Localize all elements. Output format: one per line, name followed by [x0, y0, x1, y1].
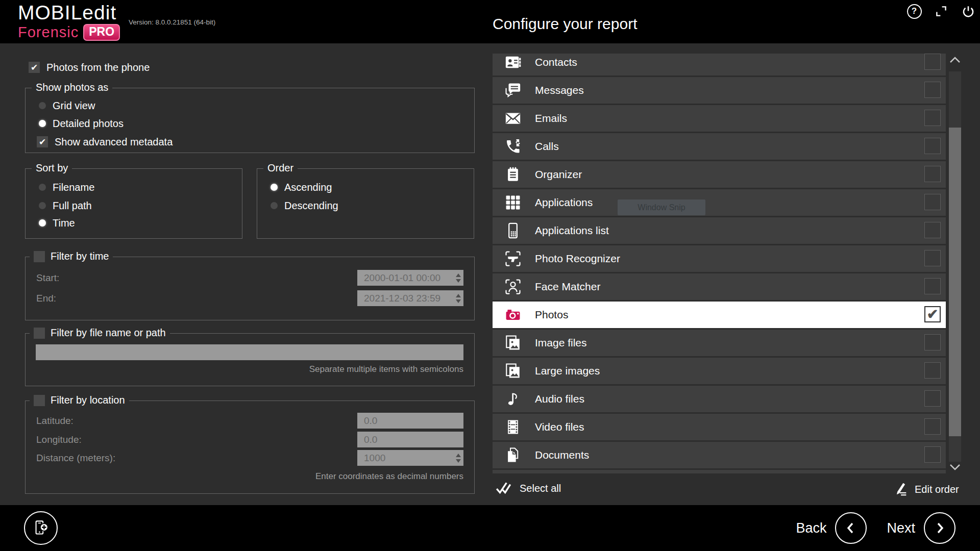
section-row-photos[interactable]: Photos✔	[493, 302, 946, 328]
sort-by-group: Sort by Filename Full path Time	[25, 168, 242, 239]
location-filter-hint: Enter coordinates as decimal numbers	[315, 471, 463, 482]
filter-by-location-checkbox[interactable]	[34, 395, 45, 406]
section-checkbox[interactable]	[924, 166, 941, 182]
time-radio[interactable]	[39, 219, 46, 227]
filter-by-time-checkbox[interactable]	[34, 251, 45, 262]
double-check-icon	[495, 481, 512, 496]
section-row-audio-files[interactable]: Audio files	[493, 386, 946, 412]
photos-from-phone-label: Photos from the phone	[46, 62, 150, 73]
face-matcher-icon	[504, 278, 522, 296]
report-sections-list: ContactsMessagesEmailsCallsOrganizerAppl…	[493, 54, 946, 473]
filter-by-filename-group: Filter by file name or path Separate mul…	[25, 333, 475, 386]
photos-from-phone-checkbox[interactable]: ✔	[29, 62, 40, 73]
detailed-photos-radio[interactable]	[39, 120, 46, 127]
section-row-organizer[interactable]: Organizer	[493, 161, 946, 188]
detailed-photos-option[interactable]: Detailed photos	[39, 118, 124, 129]
show-photos-as-legend: Show photos as	[32, 82, 112, 93]
section-row-partial[interactable]	[493, 470, 946, 473]
section-checkbox[interactable]	[924, 446, 941, 463]
power-button[interactable]	[961, 4, 976, 19]
section-row-messages[interactable]: Messages	[493, 77, 946, 104]
filename-filter-input[interactable]	[36, 344, 463, 360]
resize-window-button[interactable]	[934, 4, 949, 19]
filter-by-filename-checkbox[interactable]	[34, 328, 45, 339]
distance-spinner[interactable]	[456, 450, 461, 466]
filename-option[interactable]: Filename	[39, 182, 94, 193]
section-checkbox[interactable]	[924, 194, 941, 210]
section-checkbox[interactable]	[924, 138, 941, 154]
photos-from-phone-option[interactable]: ✔ Photos from the phone	[29, 62, 150, 73]
resize-corners-icon	[934, 4, 948, 18]
full-path-radio[interactable]	[39, 202, 46, 209]
distance-input[interactable]: 1000	[357, 450, 463, 466]
show-advanced-metadata-option[interactable]: ✔ Show advanced metadata	[37, 136, 173, 147]
section-checkbox[interactable]	[924, 362, 941, 379]
start-time-input[interactable]: 2000-01-01 00:00	[357, 270, 463, 286]
time-label: Time	[53, 217, 75, 229]
ascending-option[interactable]: Ascending	[271, 182, 332, 193]
scroll-up-button[interactable]	[947, 54, 963, 66]
section-row-contacts[interactable]: Contacts	[493, 54, 946, 76]
section-checkbox[interactable]	[924, 418, 941, 435]
longitude-input[interactable]: 0.0	[357, 432, 463, 447]
section-row-documents[interactable]: Documents	[493, 442, 946, 468]
show-photos-as-group: Show photos as Grid view Detailed photos…	[25, 88, 475, 153]
descending-option[interactable]: Descending	[271, 200, 338, 211]
end-time-spinner[interactable]	[456, 290, 461, 306]
large-images-icon	[504, 362, 522, 380]
section-row-emails[interactable]: Emails	[493, 105, 946, 132]
descending-label: Descending	[284, 200, 338, 212]
section-checkbox[interactable]	[924, 110, 941, 126]
section-label: Photos	[535, 309, 568, 321]
section-checkbox[interactable]	[924, 278, 941, 294]
phone-add-icon	[30, 517, 52, 539]
section-label: Applications list	[535, 224, 609, 237]
section-checkbox[interactable]	[924, 82, 941, 98]
end-time-input[interactable]: 2021-12-03 23:59	[357, 290, 463, 306]
next-button[interactable]	[924, 512, 955, 544]
section-checkbox[interactable]	[924, 54, 941, 70]
section-row-video-files[interactable]: Video files	[493, 414, 946, 440]
grid-view-radio[interactable]	[39, 102, 46, 109]
scroll-thumb[interactable]	[949, 128, 961, 436]
power-icon	[961, 4, 975, 18]
distance-label: Distance (meters):	[36, 453, 115, 464]
section-label: Image files	[535, 337, 587, 349]
section-label: Emails	[535, 112, 567, 124]
section-checkbox[interactable]	[924, 250, 941, 266]
grid-view-option[interactable]: Grid view	[39, 100, 95, 111]
section-checkbox[interactable]	[924, 334, 941, 350]
sections-scrollbar[interactable]	[947, 54, 963, 473]
video-files-icon	[504, 418, 522, 436]
full-path-option[interactable]: Full path	[39, 200, 92, 211]
photos-icon	[504, 306, 522, 324]
section-row-calls[interactable]: Calls	[493, 133, 946, 160]
section-row-applications-list[interactable]: Applications list	[493, 217, 946, 244]
section-label: Calls	[535, 140, 559, 153]
section-checkbox[interactable]: ✔	[924, 306, 941, 322]
chevron-down-icon	[949, 463, 961, 471]
latitude-input[interactable]: 0.0	[357, 413, 463, 429]
select-all-button[interactable]: Select all	[495, 481, 561, 496]
section-row-face-matcher[interactable]: Face Matcher	[493, 273, 946, 300]
select-all-label: Select all	[520, 483, 561, 494]
ascending-radio[interactable]	[271, 184, 278, 191]
section-row-applications[interactable]: Applications	[493, 189, 946, 216]
show-advanced-metadata-label: Show advanced metadata	[55, 136, 173, 148]
connect-phone-button[interactable]	[24, 511, 58, 545]
section-row-photo-recognizer[interactable]: Photo Recognizer	[493, 245, 946, 272]
section-checkbox[interactable]	[924, 222, 941, 238]
time-option[interactable]: Time	[39, 217, 75, 229]
show-advanced-metadata-checkbox[interactable]: ✔	[37, 136, 48, 147]
descending-radio[interactable]	[271, 202, 278, 209]
section-checkbox[interactable]	[924, 390, 941, 407]
section-row-large-images[interactable]: Large images	[493, 358, 946, 384]
scroll-down-button[interactable]	[947, 461, 963, 473]
section-label: Face Matcher	[535, 281, 600, 293]
section-row-image-files[interactable]: Image files	[493, 330, 946, 356]
edit-order-button[interactable]: Edit order	[892, 482, 959, 497]
filename-radio[interactable]	[39, 184, 46, 191]
back-button[interactable]	[835, 512, 867, 544]
start-time-spinner[interactable]	[456, 270, 461, 286]
help-button[interactable]: ?	[906, 4, 922, 19]
